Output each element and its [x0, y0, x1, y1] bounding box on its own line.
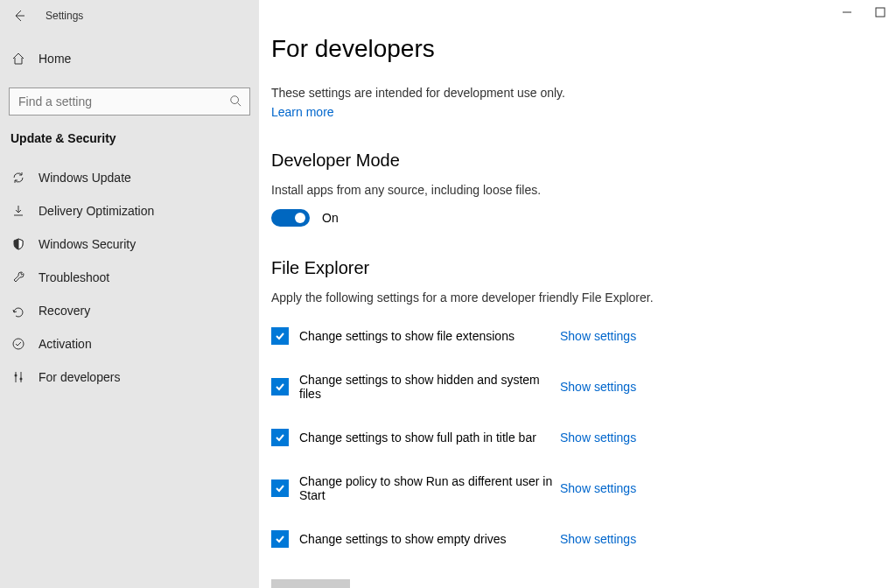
nav-label: Windows Security [38, 237, 136, 251]
content-pane: For developers These settings are intend… [259, 0, 896, 588]
checkmark-icon [274, 533, 286, 545]
sidebar-item-home[interactable]: Home [0, 42, 259, 75]
checkbox-label: Change settings to show hidden and syste… [299, 373, 560, 401]
checkbox-label: Change settings to show file extensions [299, 329, 560, 343]
check-circle-icon [10, 336, 26, 352]
checkbox-label: Change policy to show Run as different u… [299, 474, 560, 502]
sidebar-item-troubleshoot[interactable]: Troubleshoot [0, 261, 259, 294]
minimize-button[interactable] [838, 4, 856, 21]
checkmark-icon [274, 482, 286, 494]
learn-more-link[interactable]: Learn more [271, 105, 896, 119]
checkbox-hidden-files[interactable] [271, 378, 289, 396]
checkbox-label: Change settings to show full path in tit… [299, 430, 560, 444]
sidebar-item-recovery[interactable]: Recovery [0, 294, 259, 327]
recovery-icon [10, 303, 26, 318]
fe-row-run-as-user: Change policy to show Run as different u… [271, 474, 896, 502]
file-explorer-desc: Apply the following settings for a more … [271, 290, 896, 304]
developer-mode-toggle-row: On [271, 209, 896, 227]
nav-label: Windows Update [38, 171, 131, 185]
developer-mode-desc: Install apps from any source, including … [271, 183, 896, 197]
show-settings-link[interactable]: Show settings [560, 329, 636, 343]
shield-icon [10, 236, 26, 252]
toggle-state-label: On [322, 211, 339, 225]
fe-row-file-extensions: Change settings to show file extensions … [271, 327, 896, 345]
titlebar-controls [838, 4, 896, 21]
toggle-knob [295, 213, 305, 223]
search-icon [228, 93, 243, 108]
checkmark-icon [274, 330, 286, 342]
developer-mode-heading: Developer Mode [271, 150, 896, 171]
developer-mode-toggle[interactable] [271, 209, 310, 227]
svg-point-1 [231, 96, 239, 104]
sidebar-item-delivery-optimization[interactable]: Delivery Optimization [0, 194, 259, 228]
svg-rect-9 [876, 8, 885, 17]
show-settings-link[interactable]: Show settings [560, 380, 636, 394]
svg-point-3 [13, 339, 24, 349]
show-settings-link[interactable]: Show settings [560, 481, 636, 495]
fe-row-empty-drives: Change settings to show empty drives Sho… [271, 530, 896, 548]
nav-label: Activation [38, 337, 92, 351]
checkbox-label: Change settings to show empty drives [299, 532, 560, 546]
arrow-left-icon [12, 9, 26, 23]
search-input[interactable] [9, 88, 250, 116]
sidebar-category: Update & Security [0, 131, 259, 145]
checkbox-file-extensions[interactable] [271, 327, 289, 345]
nav-label: Troubleshoot [38, 270, 109, 284]
maximize-button[interactable] [872, 4, 889, 21]
sidebar-item-for-developers[interactable]: For developers [0, 360, 259, 394]
sidebar-item-activation[interactable]: Activation [0, 327, 259, 360]
back-button[interactable] [9, 5, 30, 26]
sidebar-item-windows-security[interactable]: Windows Security [0, 228, 259, 261]
svg-point-7 [20, 378, 23, 381]
file-explorer-heading: File Explorer [271, 258, 896, 278]
search-wrap [9, 88, 250, 116]
intro-text: These settings are intended for developm… [271, 86, 896, 100]
checkbox-run-as-user[interactable] [271, 480, 289, 497]
nav-label: Delivery Optimization [38, 204, 154, 218]
nav-label: For developers [38, 370, 120, 384]
page-title: For developers [271, 35, 896, 63]
home-label: Home [38, 52, 71, 66]
svg-line-2 [238, 103, 242, 107]
fe-row-hidden-files: Change settings to show hidden and syste… [271, 373, 896, 401]
sidebar-item-windows-update[interactable]: Windows Update [0, 161, 259, 194]
svg-point-5 [15, 374, 18, 377]
nav-label: Recovery [38, 304, 90, 318]
wrench-icon [10, 270, 26, 285]
show-settings-link[interactable]: Show settings [560, 430, 636, 444]
sidebar: Settings Home Update & Security Windows … [0, 0, 259, 588]
checkmark-icon [274, 381, 286, 393]
home-icon [10, 51, 26, 66]
sidebar-header: Settings [0, 0, 259, 32]
apply-button[interactable]: Apply [271, 579, 350, 588]
fe-row-full-path: Change settings to show full path in tit… [271, 429, 896, 446]
show-settings-link[interactable]: Show settings [560, 532, 636, 546]
checkmark-icon [274, 431, 286, 444]
download-icon [10, 203, 26, 219]
checkbox-full-path[interactable] [271, 429, 289, 446]
sliders-icon [10, 369, 26, 385]
window-title: Settings [46, 10, 83, 22]
refresh-icon [10, 170, 26, 186]
checkbox-empty-drives[interactable] [271, 530, 289, 548]
